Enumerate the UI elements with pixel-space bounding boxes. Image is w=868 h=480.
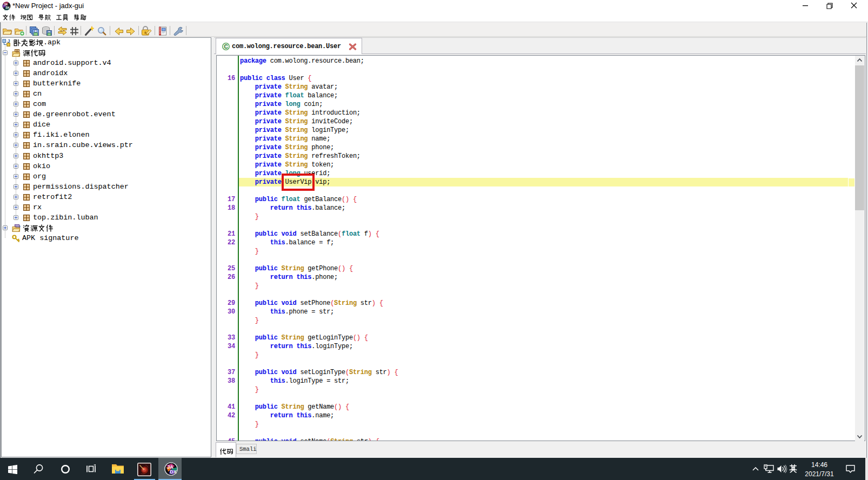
svg-text:C: C <box>224 44 228 50</box>
svg-text:JA: JA <box>4 3 8 6</box>
svg-text:J: J <box>8 39 10 44</box>
svg-text:DX: DX <box>170 469 177 475</box>
svg-text:DX: DX <box>5 6 10 9</box>
